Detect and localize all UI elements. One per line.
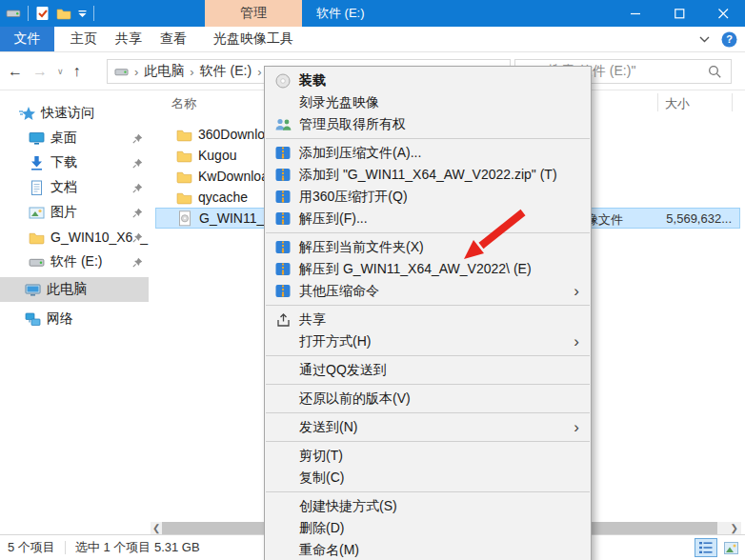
menu-item-extract-to[interactable]: 解压到(F)... xyxy=(265,208,591,230)
column-header-size[interactable]: 大小 xyxy=(665,95,690,112)
zip-360-icon xyxy=(274,262,292,276)
quick-access-icon xyxy=(19,106,35,122)
menu-separator xyxy=(266,138,590,139)
tab-disc-image-tools[interactable]: 光盘映像工具 xyxy=(205,27,302,51)
search-icon[interactable] xyxy=(708,65,722,79)
users-icon xyxy=(274,117,292,131)
file-name: qycache xyxy=(198,190,248,205)
zip-360-icon xyxy=(274,284,292,298)
scroll-right-icon[interactable]: ❯ xyxy=(731,523,738,533)
menu-item-send-to[interactable]: 发送到(N) › xyxy=(265,416,591,438)
minimize-button[interactable] xyxy=(614,0,657,27)
minimize-icon xyxy=(631,9,641,19)
sidebar-label: 桌面 xyxy=(50,130,77,147)
help-icon[interactable]: ? xyxy=(721,31,737,48)
folder-icon xyxy=(176,190,192,205)
zip-360-icon xyxy=(274,168,292,182)
menu-separator xyxy=(266,384,590,385)
pin-icon xyxy=(132,158,143,169)
sidebar-item-drive-e[interactable]: 软件 (E:) xyxy=(0,250,149,274)
sidebar-item-network[interactable]: 网络 xyxy=(0,307,149,331)
sidebar-item-documents[interactable]: 文档 xyxy=(0,175,149,200)
file-size: 5,569,632... xyxy=(666,211,732,226)
forward-button[interactable]: → xyxy=(32,64,48,79)
menu-item-extract-to-named-folder[interactable]: 解压到 G_WIN11_X64_AW_V2022\ (E) xyxy=(265,258,591,280)
up-button[interactable]: ↑ xyxy=(73,64,81,79)
breadcrumb-drive[interactable]: 软件 (E:) xyxy=(200,63,252,80)
column-header-name[interactable]: 名称 xyxy=(171,95,196,112)
window-title: 软件 (E:) xyxy=(316,0,365,27)
new-folder-icon[interactable] xyxy=(56,7,71,20)
drive-icon xyxy=(29,254,45,270)
sidebar-item-quick-access[interactable]: 快速访问 xyxy=(0,101,149,126)
customize-toolbar-icon[interactable] xyxy=(78,10,87,18)
explorer-window: 管理 软件 (E:) 文件 主页 共享 查看 光盘映像工具 ? ← xyxy=(0,0,745,560)
breadcrumb-chevron: › xyxy=(257,65,261,79)
properties-icon[interactable] xyxy=(35,6,50,21)
this-pc-icon xyxy=(25,282,41,298)
sidebar-item-downloads[interactable]: 下载 xyxy=(0,150,149,175)
tab-home[interactable]: 主页 xyxy=(61,27,107,51)
menu-separator xyxy=(266,355,590,356)
selection-info: 选中 1 个项目 5.31 GB xyxy=(75,539,200,556)
contextual-tab-manage[interactable]: 管理 xyxy=(205,0,302,27)
tab-file[interactable]: 文件 xyxy=(0,27,54,51)
zip-360-icon xyxy=(274,211,292,226)
file-name: Kugou xyxy=(198,148,236,163)
sidebar-item-this-pc[interactable]: 此电脑 xyxy=(0,277,149,302)
menu-item-rename[interactable]: 重命名(M) xyxy=(265,539,591,560)
title-bar: 管理 软件 (E:) xyxy=(0,0,745,27)
tab-view[interactable]: 查看 xyxy=(151,27,196,51)
thumbnail-view-button[interactable] xyxy=(719,538,742,557)
disc-image-file-icon xyxy=(177,210,193,227)
pin-icon xyxy=(132,257,143,268)
disc-icon xyxy=(274,73,292,89)
menu-item-add-to-archive[interactable]: 添加到压缩文件(A)... xyxy=(265,142,591,164)
toolbar-separator xyxy=(28,6,29,21)
downloads-icon xyxy=(29,155,45,171)
menu-item-open-with-360zip[interactable]: 用360压缩打开(Q) xyxy=(265,186,591,208)
menu-item-delete[interactable]: 删除(D) xyxy=(265,517,591,539)
menu-separator xyxy=(266,232,590,233)
menu-item-send-via-qq[interactable]: 通过QQ发送到 xyxy=(265,359,591,381)
maximize-button[interactable] xyxy=(657,0,701,27)
menu-item-cut[interactable]: 剪切(T) xyxy=(265,445,591,467)
menu-item-restore-previous-versions[interactable]: 还原以前的版本(V) xyxy=(265,388,591,410)
menu-item-admin-take-ownership[interactable]: 管理员取得所有权 xyxy=(265,113,591,135)
sidebar-item-pictures[interactable]: 图片 xyxy=(0,200,149,225)
menu-item-copy[interactable]: 复制(C) xyxy=(265,467,591,489)
folder-icon xyxy=(29,230,45,245)
sidebar-item-folder-gwin10[interactable]: G_WIN10_X64_ xyxy=(0,225,149,250)
menu-item-open-with[interactable]: 打开方式(H) › xyxy=(265,330,591,352)
drive-icon xyxy=(6,6,21,21)
pin-icon xyxy=(132,133,143,144)
close-icon xyxy=(718,9,729,19)
menu-item-other-compression-commands[interactable]: 其他压缩命令 › xyxy=(265,280,591,302)
sidebar-label: 网络 xyxy=(47,310,73,328)
menu-item-share[interactable]: 共享 xyxy=(265,309,591,330)
tab-share[interactable]: 共享 xyxy=(107,27,151,51)
column-divider[interactable] xyxy=(732,93,733,111)
recent-locations-icon[interactable]: ∨ xyxy=(57,68,64,76)
maximize-icon xyxy=(675,9,685,19)
menu-item-burn-disc-image[interactable]: 刻录光盘映像 xyxy=(265,91,591,113)
back-button[interactable]: ← xyxy=(8,64,23,79)
column-divider[interactable] xyxy=(657,93,658,111)
pin-icon xyxy=(132,208,143,218)
menu-item-add-to-named-zip[interactable]: 添加到 "G_WIN11_X64_AW_V2022.zip" (T) xyxy=(265,164,591,186)
breadcrumb-chevron: › xyxy=(134,65,138,79)
zip-360-icon xyxy=(274,190,292,204)
breadcrumb-this-pc[interactable]: 此电脑 xyxy=(144,63,184,80)
sidebar-item-desktop[interactable]: 桌面 xyxy=(0,126,149,150)
details-view-button[interactable] xyxy=(695,538,717,557)
menu-item-mount[interactable]: 装载 xyxy=(265,70,591,91)
sidebar-label: 图片 xyxy=(50,204,77,221)
menu-item-create-shortcut[interactable]: 创建快捷方式(S) xyxy=(265,495,591,517)
context-menu: 装载 刻录光盘映像 管理员取得所有权 添加到压缩文件(A)... 添加到 "G_… xyxy=(264,66,592,560)
sidebar-label: 下载 xyxy=(50,154,77,171)
menu-item-extract-here[interactable]: 解压到当前文件夹(X) xyxy=(265,236,591,258)
status-divider xyxy=(65,541,66,554)
scroll-left-icon[interactable]: ❮ xyxy=(152,523,160,533)
collapse-ribbon-icon[interactable] xyxy=(699,36,710,43)
close-button[interactable] xyxy=(701,0,745,27)
